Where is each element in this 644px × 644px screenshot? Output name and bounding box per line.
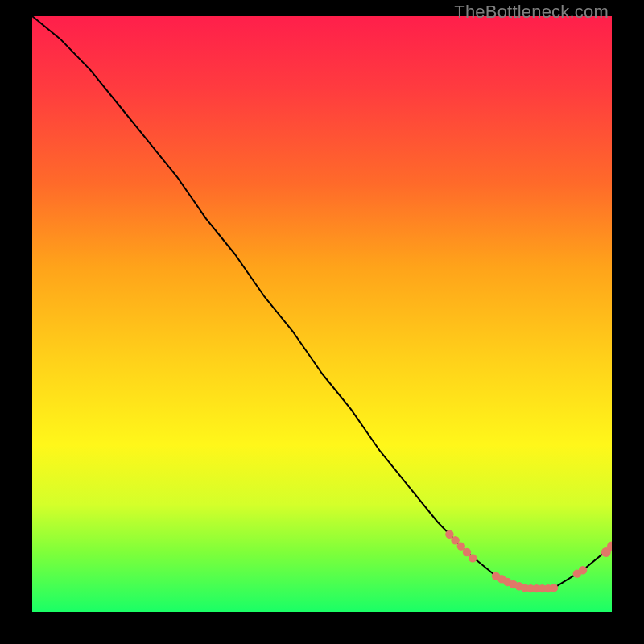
- data-point-cluster-left: [469, 554, 477, 562]
- chart-data-points: [445, 530, 612, 593]
- chart-frame: TheBottleneck.com: [0, 0, 644, 644]
- data-point-cluster-right: [579, 566, 587, 574]
- chart-svg: [32, 16, 612, 612]
- chart-plot-area: [32, 16, 612, 612]
- data-point-valley-floor: [550, 584, 558, 592]
- watermark-text: TheBottleneck.com: [454, 2, 609, 23]
- bottleneck-curve-line: [32, 16, 612, 588]
